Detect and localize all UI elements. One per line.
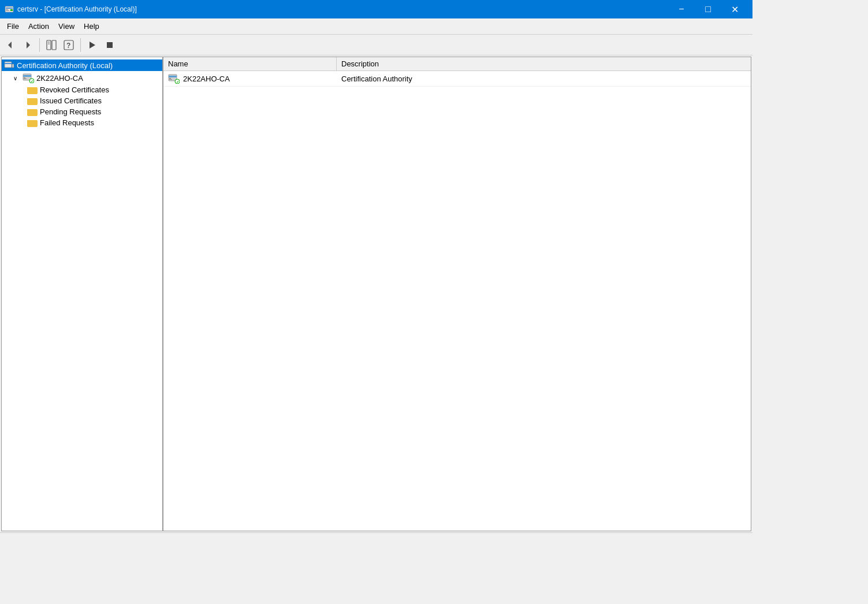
tree-item-failed-label: Failed Requests: [40, 118, 94, 127]
ca-server-icon: ✓: [23, 73, 34, 83]
stop-button[interactable]: [102, 37, 118, 53]
toolbar-separator-1: [39, 38, 40, 52]
folder-icon-revoked: [27, 86, 38, 94]
svg-rect-8: [47, 40, 51, 50]
menu-view[interactable]: View: [54, 20, 79, 33]
titlebar-left: ✓ certsrv - [Certification Authority (Lo…: [5, 5, 137, 14]
window-title: certsrv - [Certification Authority (Loca…: [17, 5, 137, 13]
list-cell-name: ✓ 2K22AHO-CA: [163, 71, 337, 86]
row-ca-icon: ✓: [168, 73, 180, 84]
svg-rect-16: [5, 62, 12, 68]
titlebar: ✓ certsrv - [Certification Authority (Lo…: [0, 0, 752, 18]
svg-rect-9: [52, 40, 56, 50]
svg-rect-17: [5, 63, 12, 64]
list-cell-description: Certification Authority: [337, 71, 751, 86]
row-name-value: 2K22AHO-CA: [183, 74, 230, 83]
row-description-value: Certification Authority: [341, 74, 412, 83]
menubar: File Action View Help: [0, 18, 752, 35]
toolbar: ?: [0, 35, 752, 55]
tree-item-failed[interactable]: Failed Requests: [2, 117, 162, 128]
tree-node-ca: ∨ ✓ 2K22AHO-CA Revoked Certific: [2, 71, 162, 129]
back-button[interactable]: [2, 37, 18, 53]
tree-item-issued-label: Issued Certificates: [40, 96, 102, 105]
back-icon: [6, 40, 15, 50]
svg-rect-28: [169, 79, 172, 80]
svg-rect-1: [6, 8, 13, 9]
expand-arrow: ∨: [13, 75, 20, 81]
app-icon: ✓: [5, 5, 14, 14]
tree-node-ca-label: 2K22AHO-CA: [36, 74, 83, 83]
tree-node-ca-row[interactable]: ∨ ✓ 2K22AHO-CA: [2, 72, 162, 84]
tree-item-pending[interactable]: Pending Requests: [2, 106, 162, 117]
tree-panel: Certification Authority (Local) ∨ ✓ 2K2: [2, 57, 163, 531]
svg-rect-3: [6, 10, 9, 11]
svg-rect-27: [169, 78, 171, 79]
minimize-button[interactable]: −: [668, 0, 695, 18]
svg-marker-6: [8, 42, 12, 49]
tree-item-revoked[interactable]: Revoked Certificates: [2, 84, 162, 95]
menu-action[interactable]: Action: [24, 20, 54, 33]
tree-item-issued[interactable]: Issued Certificates: [2, 95, 162, 106]
menu-file[interactable]: File: [2, 20, 24, 33]
tree-root-label: Certification Authority (Local): [17, 61, 113, 70]
svg-rect-22: [24, 79, 27, 79]
content-area: Certification Authority (Local) ∨ ✓ 2K2: [1, 57, 751, 531]
tree-item-revoked-label: Revoked Certificates: [40, 85, 109, 94]
list-header: Name Description: [163, 57, 751, 71]
folder-icon-pending: [27, 108, 38, 116]
console-icon: [46, 40, 57, 50]
list-row[interactable]: ✓ 2K22AHO-CA Certification Authority: [163, 71, 751, 87]
svg-rect-26: [169, 76, 177, 77]
main-container: Certification Authority (Local) ∨ ✓ 2K2: [0, 55, 752, 546]
forward-icon: [23, 40, 32, 50]
help-button[interactable]: ?: [61, 37, 77, 53]
col-header-name[interactable]: Name: [163, 57, 337, 70]
forward-button[interactable]: [20, 37, 36, 53]
svg-text:?: ?: [66, 42, 70, 50]
svg-rect-2: [6, 9, 8, 10]
tree-item-pending-label: Pending Requests: [40, 107, 101, 116]
svg-marker-7: [27, 42, 30, 49]
maximize-button[interactable]: □: [695, 0, 721, 18]
svg-rect-20: [23, 75, 31, 77]
stop-icon: [106, 41, 114, 49]
tree-root[interactable]: Certification Authority (Local): [2, 59, 162, 71]
statusbar: [0, 532, 752, 546]
svg-rect-15: [107, 42, 113, 48]
close-button[interactable]: ✕: [721, 0, 748, 18]
svg-rect-18: [12, 64, 14, 68]
svg-text:✓: ✓: [11, 9, 13, 12]
root-icon: [4, 61, 14, 70]
col-header-description[interactable]: Description: [337, 57, 751, 70]
toolbar-separator-2: [80, 38, 81, 52]
menu-help[interactable]: Help: [79, 20, 104, 33]
run-button[interactable]: [84, 37, 100, 53]
svg-text:✓: ✓: [31, 80, 33, 83]
svg-marker-14: [90, 42, 95, 49]
window-controls[interactable]: − □ ✕: [668, 0, 748, 18]
console-button[interactable]: [43, 37, 59, 53]
folder-icon-issued: [27, 97, 38, 105]
run-icon: [88, 41, 96, 49]
help-icon: ?: [64, 40, 74, 50]
svg-text:✓: ✓: [176, 80, 179, 84]
right-panel: Name Description ✓ 2K22AHO-CA: [163, 57, 751, 531]
folder-icon-failed: [27, 119, 38, 127]
svg-rect-21: [24, 77, 25, 79]
